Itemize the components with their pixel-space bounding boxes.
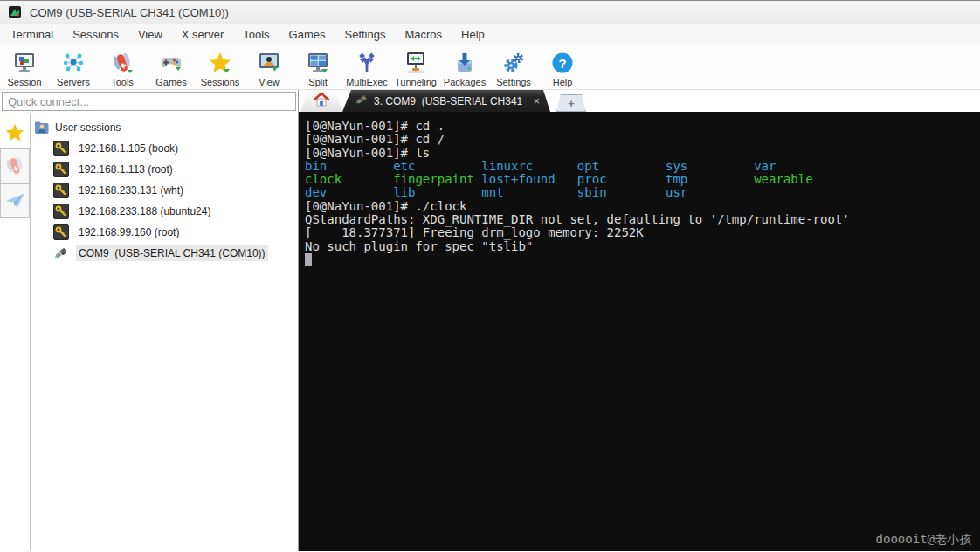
terminal-text: bin [305, 160, 393, 173]
tools-knife-icon [110, 50, 135, 76]
menu-bar: TerminalSessionsViewX serverToolsGamesSe… [0, 24, 980, 45]
terminal-line: devlibmntsbinusr [305, 186, 980, 199]
terminal-text: var [754, 160, 776, 173]
sidebar: User sessions 192.168.1.105 (book)192.16… [0, 90, 299, 551]
toolbar-label: Sessions [201, 77, 240, 87]
terminal-text: sys [666, 160, 754, 173]
terminal[interactable]: [0@NaYun-001]# cd .[0@NaYun-001]# cd /[0… [299, 112, 980, 551]
menu-sessions[interactable]: Sessions [63, 25, 128, 44]
terminal-text: usr [666, 186, 687, 199]
menu-view[interactable]: View [128, 25, 172, 44]
plus-icon: + [568, 97, 575, 110]
terminal-output: [0@NaYun-001]# cd .[0@NaYun-001]# cd /[0… [305, 120, 980, 269]
toolbar-label: Help [553, 77, 573, 87]
terminal-text: wearable [754, 173, 812, 186]
toolbar: SessionServersToolsGamesSessionsViewSpli… [0, 45, 980, 90]
close-tab-icon[interactable]: × [531, 94, 542, 107]
tree-root-label: User sessions [55, 121, 121, 134]
terminal-text: sbin [577, 186, 666, 199]
terminal-text: fingerpaint [393, 173, 481, 186]
toolbar-button-tunneling[interactable]: Tunneling [391, 45, 440, 89]
mobaxterm-logo-icon [8, 5, 22, 19]
session-label: 192.168.233.131 (wht) [76, 183, 186, 198]
terminal-line: QStandardPaths: XDG_RUNTIME_DIR not set,… [305, 213, 980, 226]
packages-box-icon [452, 50, 477, 76]
terminal-line: [0@NaYun-001]# cd . [305, 120, 980, 133]
toolbar-label: Tunneling [395, 77, 437, 87]
toolbar-label: View [259, 77, 280, 87]
strip-button-paper-plane-icon[interactable] [0, 183, 30, 218]
multiexec-arrows-icon [355, 50, 379, 76]
title-bar: COM9 (USB-SERIAL CH341 (COM10)) [0, 0, 980, 24]
terminal-line: binetclinuxrcoptsysvar [305, 160, 980, 173]
terminal-line [305, 253, 980, 269]
sessions-star-icon [208, 50, 232, 76]
toolbar-button-packages[interactable]: Packages [440, 45, 489, 89]
terminal-text: proc [577, 173, 666, 186]
session-item[interactable]: 192.168.1.113 (root) [53, 162, 298, 177]
terminal-text: opt [577, 160, 666, 173]
key-icon [53, 204, 69, 219]
terminal-line: clockfingerpaintlost+foundproctmpwearabl… [305, 173, 980, 186]
session-label: 192.168.1.113 (root) [76, 162, 176, 177]
session-label: 192.168.233.188 (ubuntu24) [76, 204, 213, 219]
toolbar-label: Split [308, 77, 327, 87]
session-item[interactable]: COM9 (USB-SERIAL CH341 (COM10)) [53, 245, 298, 261]
terminal-line: No such plugin for spec "tslib" [305, 240, 980, 253]
session-label: 192.168.1.105 (book) [76, 141, 181, 156]
session-item[interactable]: 192.168.1.105 (book) [53, 141, 298, 156]
menu-settings[interactable]: Settings [335, 25, 396, 44]
toolbar-label: Servers [57, 77, 90, 87]
settings-gears-icon [501, 50, 526, 76]
toolbar-button-session[interactable]: Session [0, 45, 49, 89]
tab-bar: 3. COM9 (USB-SERIAL CH341 (CO × + [299, 90, 980, 112]
svg-text:?: ? [558, 56, 566, 71]
active-terminal-tab[interactable]: 3. COM9 (USB-SERIAL CH341 (CO × [342, 90, 550, 112]
menu-tools[interactable]: Tools [233, 25, 279, 44]
menu-games[interactable]: Games [280, 25, 335, 44]
menu-help[interactable]: Help [452, 25, 494, 44]
toolbar-button-tools[interactable]: Tools [98, 45, 147, 89]
menu-macros[interactable]: Macros [395, 25, 452, 44]
session-label: 192.168.99.160 (root) [76, 224, 182, 240]
toolbar-button-sessions[interactable]: Sessions [196, 45, 245, 89]
toolbar-button-help[interactable]: ?Help [538, 45, 587, 89]
terminal-line: [0@NaYun-001]# ./clock [305, 200, 980, 213]
toolbar-label: Tools [111, 77, 134, 87]
toolbar-button-view[interactable]: View [245, 45, 293, 89]
toolbar-label: Session [7, 77, 41, 87]
terminal-line: [0@NaYun-001]# cd / [305, 133, 980, 146]
toolbar-button-servers[interactable]: Servers [49, 45, 98, 89]
session-label: COM9 (USB-SERIAL CH341 (COM10)) [76, 245, 268, 261]
session-item[interactable]: 192.168.99.160 (root) [53, 224, 298, 240]
terminal-text: clock [305, 173, 393, 186]
toolbar-button-multiexec[interactable]: MultiExec [342, 45, 391, 89]
quick-connect-input[interactable] [2, 92, 296, 111]
home-icon [313, 92, 330, 111]
toolbar-label: Games [155, 77, 186, 87]
split-panes-icon [306, 50, 330, 76]
session-item[interactable]: 192.168.233.131 (wht) [53, 183, 298, 198]
tree-root-user-sessions[interactable]: User sessions [34, 120, 298, 135]
toolbar-button-games[interactable]: Games [147, 45, 196, 89]
sidebar-icon-strip [0, 113, 31, 551]
strip-button-swiss-knife-icon[interactable] [0, 148, 30, 183]
main-area: User sessions 192.168.1.105 (book)192.16… [0, 90, 980, 551]
toolbar-button-settings[interactable]: Settings [489, 45, 538, 89]
home-tab[interactable] [300, 91, 342, 112]
toolbar-label: Packages [444, 77, 486, 87]
key-icon [53, 162, 69, 177]
strip-button-star-icon[interactable] [0, 117, 30, 148]
sessions-tree: User sessions 192.168.1.105 (book)192.16… [31, 113, 298, 551]
terminal-text: [0@NaYun-001]# cd / [305, 133, 445, 146]
session-item[interactable]: 192.168.233.188 (ubuntu24) [53, 204, 298, 219]
menu-x-server[interactable]: X server [172, 25, 233, 44]
key-icon [53, 224, 69, 240]
new-tab-button[interactable]: + [556, 94, 586, 112]
serial-plug-icon [53, 245, 69, 261]
quick-connect-row [0, 90, 298, 113]
toolbar-button-split[interactable]: Split [293, 45, 342, 89]
menu-terminal[interactable]: Terminal [1, 25, 63, 44]
toolbar-label: Settings [496, 77, 531, 87]
tunneling-monitor-icon [404, 50, 428, 76]
